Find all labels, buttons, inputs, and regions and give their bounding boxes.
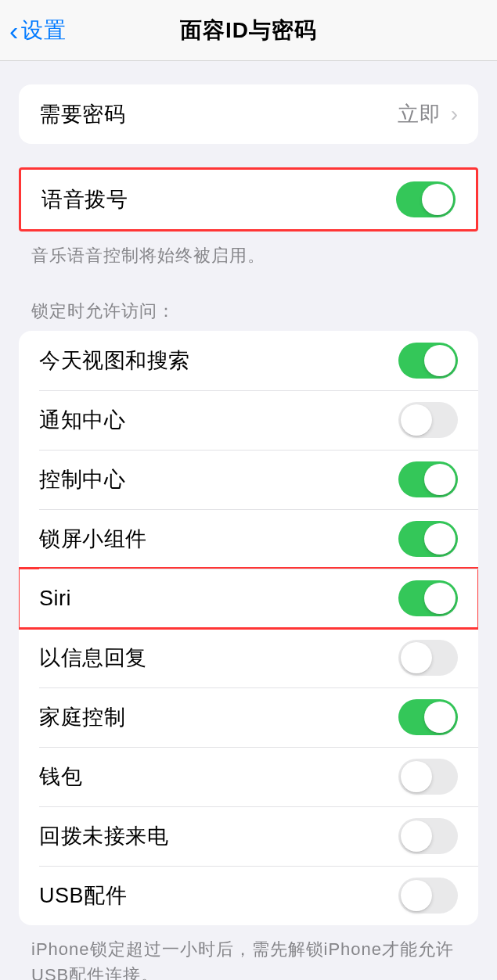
wallet-row: 钱包: [19, 747, 478, 806]
control-center-row: 控制中心: [19, 450, 478, 509]
row-right: 立即 ›: [398, 100, 458, 128]
home-control-label: 家庭控制: [39, 703, 125, 731]
lock-screen-widgets-label: 锁屏小组件: [39, 525, 147, 553]
usb-accessories-label: USB配件: [39, 881, 127, 910]
reply-with-message-label: 以信息回复: [39, 644, 147, 672]
back-button[interactable]: ‹ 设置: [9, 16, 67, 45]
notification-center-row: 通知中心: [19, 390, 478, 450]
home-control-toggle[interactable]: [398, 699, 458, 735]
require-passcode-label: 需要密码: [39, 100, 125, 128]
control-center-label: 控制中心: [39, 465, 125, 494]
nav-bar: ‹ 设置 面容ID与密码: [0, 0, 497, 61]
voice-dial-footer: 音乐语音控制将始终被启用。: [31, 242, 466, 268]
voice-dial-label: 语音拨号: [41, 185, 128, 214]
require-passcode-row[interactable]: 需要密码 立即 ›: [19, 84, 478, 144]
home-control-row: 家庭控制: [19, 687, 478, 747]
return-missed-calls-label: 回拨未接来电: [39, 822, 168, 850]
back-label: 设置: [21, 16, 67, 45]
lock-access-header: 锁定时允许访问：: [31, 300, 466, 323]
today-view-label: 今天视图和搜索: [39, 346, 190, 375]
require-passcode-card: 需要密码 立即 ›: [19, 84, 478, 144]
lock-screen-widgets-toggle[interactable]: [398, 521, 458, 557]
usb-accessories-row: USB配件: [19, 866, 478, 925]
control-center-toggle[interactable]: [398, 461, 458, 497]
content: 需要密码 立即 › 语音拨号 音乐语音控制将始终被启用。 锁定时允许访问： 今天…: [0, 84, 497, 980]
lock-access-card: 今天视图和搜索 通知中心 控制中心 锁屏小组件 Siri 以信息回复 家庭控制: [19, 331, 478, 925]
today-view-toggle[interactable]: [398, 343, 458, 379]
siri-toggle[interactable]: [398, 580, 458, 616]
notification-center-label: 通知中心: [39, 406, 125, 434]
chevron-left-icon: ‹: [9, 17, 18, 44]
today-view-row: 今天视图和搜索: [19, 331, 478, 390]
return-missed-calls-row: 回拨未接来电: [19, 806, 478, 866]
voice-dial-row: 语音拨号: [21, 170, 476, 229]
siri-label: Siri: [39, 587, 71, 611]
usb-footer: iPhone锁定超过一小时后，需先解锁iPhone才能允许USB配件连接。: [31, 936, 466, 980]
notification-center-toggle[interactable]: [398, 402, 458, 438]
reply-with-message-toggle[interactable]: [398, 640, 458, 676]
page-title: 面容ID与密码: [180, 16, 317, 45]
siri-row: Siri: [19, 569, 478, 628]
voice-dial-toggle[interactable]: [396, 181, 456, 217]
require-passcode-value: 立即: [398, 100, 441, 128]
chevron-right-icon: ›: [451, 102, 458, 127]
voice-dial-card: 语音拨号: [19, 167, 478, 232]
reply-with-message-row: 以信息回复: [19, 628, 478, 687]
wallet-label: 钱包: [39, 763, 82, 791]
usb-accessories-toggle[interactable]: [398, 878, 458, 914]
wallet-toggle[interactable]: [398, 759, 458, 795]
lock-screen-widgets-row: 锁屏小组件: [19, 509, 478, 569]
return-missed-calls-toggle[interactable]: [398, 818, 458, 854]
